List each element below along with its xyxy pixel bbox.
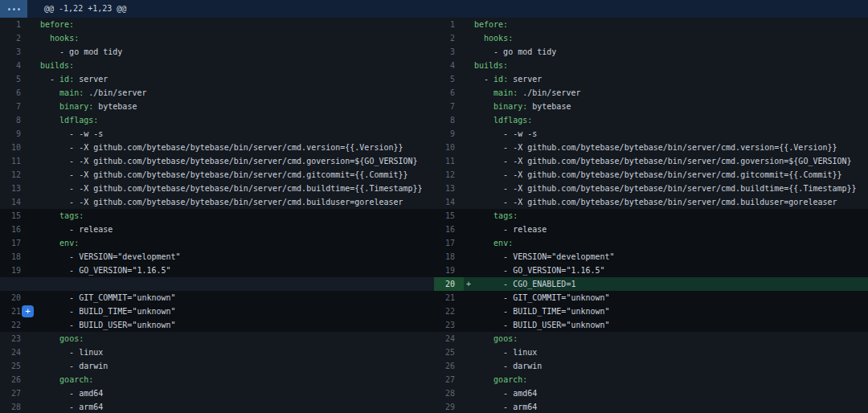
line-number[interactable]: 16 <box>434 223 464 236</box>
code-text: server <box>508 75 542 84</box>
diff-row: 4builds: <box>0 59 434 72</box>
code-text: - VERSION="development" <box>474 252 615 261</box>
line-number[interactable]: 24 <box>0 346 30 359</box>
line-number[interactable]: 21 <box>434 291 464 305</box>
code-line: - GO_VERSION="1.16.5" <box>464 264 605 277</box>
line-number[interactable]: 5 <box>434 72 464 86</box>
diff-row: 24 goos: <box>434 332 868 346</box>
expand-hunk-button[interactable] <box>0 0 27 18</box>
line-number[interactable]: 19 <box>434 264 464 277</box>
diff-row: 15 tags: <box>0 209 434 223</box>
yaml-key: goarch: <box>59 375 93 384</box>
line-number[interactable]: 10 <box>0 141 30 154</box>
line-number[interactable]: 7 <box>0 100 30 113</box>
line-number[interactable]: 15 <box>0 209 30 223</box>
line-number[interactable]: 4 <box>434 59 464 72</box>
diff-row: 22 - BUILD_TIME="unknown" <box>434 305 868 318</box>
code-text <box>474 88 493 97</box>
line-number[interactable]: 27 <box>434 373 464 386</box>
line-number[interactable]: 25 <box>0 359 30 373</box>
line-number[interactable]: 20 <box>0 291 30 305</box>
line-number[interactable]: 11 <box>434 154 464 168</box>
line-number[interactable]: 1 <box>434 18 464 31</box>
line-number[interactable]: 29 <box>434 400 464 413</box>
line-number[interactable]: 18 <box>0 250 30 264</box>
code-line: env: <box>464 236 513 250</box>
line-number[interactable]: 26 <box>0 373 30 386</box>
code-text: - <box>40 75 59 84</box>
line-number[interactable]: 13 <box>0 182 30 195</box>
yaml-key: goarch: <box>493 375 527 384</box>
code-line: - arm64 <box>464 400 537 413</box>
code-line: builds: <box>30 59 74 72</box>
line-number[interactable]: 24 <box>434 332 464 346</box>
diff-row: 17 env: <box>434 236 868 250</box>
line-number[interactable]: 28 <box>0 400 30 413</box>
line-number[interactable]: 3 <box>0 45 30 59</box>
line-number[interactable]: 25 <box>434 346 464 359</box>
line-number[interactable]: 5 <box>0 72 30 86</box>
diff-row: 25 - linux <box>434 346 868 359</box>
line-number[interactable]: 10 <box>434 141 464 154</box>
code-line: hooks: <box>30 31 79 45</box>
code-text: - BUILD_TIME="unknown" <box>40 307 176 316</box>
yaml-key: id: <box>59 75 74 84</box>
line-number[interactable]: 17 <box>0 236 30 250</box>
line-number[interactable]: 3 <box>434 45 464 59</box>
line-number[interactable]: 4 <box>0 59 30 72</box>
code-text: - arm64 <box>474 403 537 411</box>
code-text <box>40 34 50 43</box>
code-line: main: ./bin/server <box>30 86 146 100</box>
line-number[interactable]: 23 <box>0 332 30 346</box>
line-number[interactable]: 28 <box>434 386 464 400</box>
diff-spacer-row <box>0 277 434 291</box>
line-number[interactable]: 22 <box>0 318 30 332</box>
line-number[interactable]: 27 <box>0 386 30 400</box>
line-number[interactable]: 16 <box>0 223 30 236</box>
code-line: goos: <box>464 332 518 346</box>
line-number[interactable]: 11 <box>0 154 30 168</box>
line-number[interactable]: 23 <box>434 318 464 332</box>
add-comment-button[interactable]: + <box>22 305 34 317</box>
code-line: - id: server <box>30 72 108 86</box>
code-line: - VERSION="development" <box>30 250 181 264</box>
code-line: builds: <box>464 59 508 72</box>
diff-row: 5 - id: server <box>434 72 868 86</box>
line-number[interactable]: 15 <box>434 209 464 223</box>
line-number[interactable]: 20 <box>434 277 464 291</box>
line-number[interactable]: 6 <box>0 86 30 100</box>
yaml-key: hooks: <box>50 34 79 43</box>
line-number[interactable]: 14 <box>0 195 30 209</box>
line-number[interactable]: 1 <box>0 18 30 31</box>
line-number[interactable]: 18 <box>434 250 464 264</box>
line-number[interactable]: 13 <box>434 182 464 195</box>
line-number[interactable]: 9 <box>434 127 464 141</box>
line-number[interactable]: 2 <box>0 31 30 45</box>
yaml-key: binary: <box>493 102 527 111</box>
line-number[interactable]: 12 <box>0 168 30 182</box>
line-number[interactable]: 7 <box>434 100 464 113</box>
line-number[interactable]: 19 <box>0 264 30 277</box>
diff-row: 21 - GIT_COMMIT="unknown" <box>434 291 868 305</box>
diff-row: 6 main: ./bin/server <box>434 86 868 100</box>
diff-row: 25 - darwin <box>0 359 434 373</box>
line-number[interactable]: 8 <box>434 113 464 127</box>
line-number[interactable]: 22 <box>434 305 464 318</box>
code-line: before: <box>30 18 74 31</box>
line-number[interactable]: 9 <box>0 127 30 141</box>
code-text: - go mod tidy <box>40 47 122 56</box>
line-number[interactable]: 8 <box>0 113 30 127</box>
line-number[interactable]: 2 <box>434 31 464 45</box>
line-number[interactable]: 26 <box>434 359 464 373</box>
code-line: - -X github.com/bytebase/bytebase/bin/se… <box>464 182 857 195</box>
line-number[interactable]: 14 <box>434 195 464 209</box>
yaml-key: before: <box>40 20 74 29</box>
line-number[interactable]: 17 <box>434 236 464 250</box>
line-number[interactable]: 12 <box>434 168 464 182</box>
diff-row: 7 binary: bytebase <box>0 100 434 113</box>
code-line: tags: <box>30 209 84 223</box>
code-line: - BUILD_TIME="unknown" <box>30 305 176 318</box>
diff-row: 14 - -X github.com/bytebase/bytebase/bin… <box>0 195 434 209</box>
code-line: - GIT_COMMIT="unknown" <box>464 291 610 305</box>
line-number[interactable]: 6 <box>434 86 464 100</box>
